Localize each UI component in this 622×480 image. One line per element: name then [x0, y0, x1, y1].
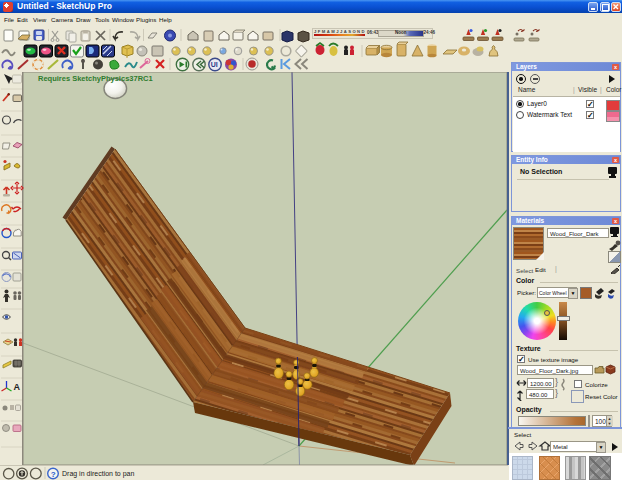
svg-text:?: ? [51, 470, 56, 479]
svg-text:A: A [14, 382, 21, 392]
svg-text:UI: UI [211, 61, 218, 68]
